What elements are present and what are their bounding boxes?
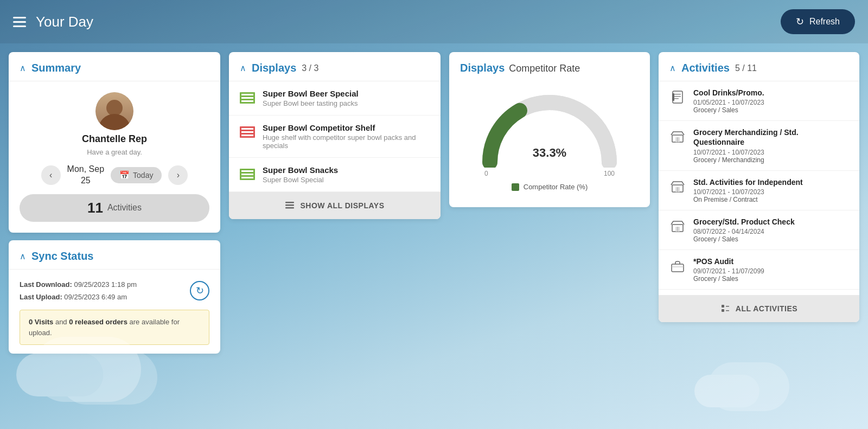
gauge-legend: Competitor Rate (%) — [512, 183, 588, 191]
activity-title: Cool Drinks/Promo. — [693, 88, 764, 98]
activity-text: Std. Activities for Independent 10/07/20… — [693, 177, 803, 203]
all-activities-button[interactable]: ALL ACTIVITIES — [659, 295, 859, 322]
svg-rect-39 — [722, 309, 724, 312]
list-item[interactable]: Grocery/Std. Product Check 08/07/2022 - … — [659, 210, 859, 250]
svg-rect-15 — [241, 178, 254, 180]
displays-collapse-icon[interactable]: ∧ — [240, 63, 246, 73]
activities-pill: 11 Activities — [20, 194, 209, 222]
page-title: Your Day — [36, 14, 93, 30]
competitor-main-title: Displays — [460, 62, 505, 74]
main-content: ∧ Summary Chantelle Rep Have a great day… — [0, 43, 868, 429]
activities-list-icon — [720, 304, 730, 313]
activities-collapse-icon[interactable]: ∧ — [669, 63, 676, 73]
activity-category: On Premise / Contract — [693, 196, 803, 203]
legend-color-dot — [512, 183, 519, 191]
refresh-button[interactable]: ↻ Refresh — [781, 9, 855, 34]
date-display: Mon, Sep 25 — [67, 164, 104, 187]
topbar-left: Your Day — [13, 14, 93, 30]
sync-download-row-inner: Last Download: 09/25/2023 1:18 pm — [20, 278, 137, 291]
display-red-icon — [240, 124, 255, 139]
last-download-label: Last Download: — [20, 280, 72, 289]
left-column: ∧ Summary Chantelle Rep Have a great day… — [9, 52, 220, 354]
summary-header: ∧ Summary — [9, 52, 220, 81]
svg-rect-1 — [241, 95, 254, 97]
date-day: 25 — [81, 176, 91, 185]
show-all-displays-button[interactable]: SHOW ALL DISPLAYS — [229, 192, 441, 219]
list-item[interactable]: Super Bowl Competitor Shelf Huge shelf w… — [229, 116, 441, 158]
show-all-displays-label: SHOW ALL DISPLAYS — [300, 201, 384, 210]
display-text: Super Bowl Competitor Shelf Huge shelf w… — [263, 123, 430, 150]
user-greeting: Have a great day. — [87, 148, 142, 156]
summary-card: ∧ Summary Chantelle Rep Have a great day… — [9, 52, 220, 233]
gauge-min-label: 0 — [484, 170, 488, 177]
sync-status-card: ∧ Sync Status Last Download: 09/25/2023 … — [9, 240, 220, 354]
gauge-labels: 0 100 — [484, 170, 615, 177]
list-item[interactable]: Super Bowl Beer Special Super Bowl beer … — [229, 81, 441, 116]
activity-store-icon — [669, 129, 686, 145]
svg-rect-14 — [241, 175, 254, 177]
svg-rect-23 — [674, 94, 681, 95]
competitor-header: Displays Competitor Rate — [449, 52, 650, 81]
activity-text: Cool Drinks/Promo. 01/05/2021 - 10/07/20… — [693, 88, 764, 114]
svg-rect-9 — [241, 136, 254, 138]
date-label: Mon, Sep — [67, 164, 104, 174]
display-subtitle: Huge shelf with competitor super bowl pa… — [263, 133, 430, 150]
activity-category: Grocery / Sales — [693, 106, 764, 114]
display-subtitle: Super Bowl beer tasting packs — [263, 99, 359, 107]
svg-rect-12 — [241, 169, 254, 170]
svg-rect-16 — [240, 169, 241, 180]
svg-rect-2 — [241, 99, 254, 100]
activities-header: ∧ Activities 5 / 11 — [659, 52, 859, 81]
sync-upload-row-inner: Last Upload: 09/25/2023 6:49 am — [20, 291, 137, 303]
sync-title: Sync Status — [31, 250, 93, 262]
svg-rect-4 — [240, 92, 241, 104]
gauge-container: 33.3% 0 100 Competitor Rate (%) — [449, 81, 650, 196]
display-subtitle: Super Bowl Special — [263, 176, 338, 184]
sync-body: Last Download: 09/25/2023 1:18 pm Last U… — [9, 270, 220, 354]
display-text: Super Bowl Beer Special Super Bowl beer … — [263, 89, 359, 107]
sync-header: ∧ Sync Status — [9, 240, 220, 270]
activity-title: Grocery Merchandizing / Std. Questionnai… — [693, 127, 848, 147]
profile-section: Chantelle Rep Have a great day. — [82, 92, 147, 156]
svg-rect-25 — [674, 98, 679, 99]
display-title: Super Bowl Beer Special — [263, 89, 359, 98]
sync-refresh-button[interactable]: ↻ — [190, 281, 209, 300]
gauge-max-label: 100 — [604, 170, 615, 177]
activity-text: Grocery/Std. Product Check 08/07/2022 - … — [693, 217, 795, 243]
list-item[interactable]: *POS Audit 09/07/2021 - 11/07/2099 Groce… — [659, 250, 859, 290]
svg-rect-10 — [240, 126, 241, 138]
summary-title: Summary — [31, 62, 81, 74]
activity-text: *POS Audit 09/07/2021 - 11/07/2099 Groce… — [693, 257, 764, 283]
svg-rect-8 — [241, 133, 254, 135]
list-item[interactable]: Super Bowl Snacks Super Bowl Special — [229, 158, 441, 192]
calendar-icon: 📅 — [119, 170, 130, 180]
topbar: Your Day ↻ Refresh — [0, 0, 868, 43]
list-item[interactable]: Grocery Merchandizing / Std. Questionnai… — [659, 121, 859, 170]
activity-date: 09/07/2021 - 11/07/2099 — [693, 267, 764, 275]
activity-text: Grocery Merchandizing / Std. Questionnai… — [693, 127, 848, 163]
competitor-rate-card: Displays Competitor Rate 33.3% 0 100 — [449, 52, 650, 207]
svg-rect-18 — [285, 202, 294, 203]
activities-label: Activities — [107, 203, 142, 213]
displays-title: Displays — [252, 62, 296, 74]
next-date-button[interactable]: › — [168, 165, 188, 185]
displays-header: ∧ Displays 3 / 3 — [229, 52, 441, 81]
last-upload-label: Last Upload: — [20, 293, 62, 301]
activity-category: Grocery / Sales — [693, 275, 764, 283]
refresh-icon: ↻ — [796, 16, 804, 28]
today-badge[interactable]: 📅 Today — [111, 167, 162, 183]
activity-store-icon-3 — [669, 218, 686, 234]
sync-collapse-icon[interactable]: ∧ — [20, 251, 26, 261]
summary-collapse-icon[interactable]: ∧ — [20, 63, 26, 73]
activity-date: 10/07/2021 - 10/07/2023 — [693, 188, 803, 196]
list-item[interactable]: Cool Drinks/Promo. 01/05/2021 - 10/07/20… — [659, 81, 859, 121]
svg-rect-17 — [253, 169, 255, 180]
today-label: Today — [133, 171, 153, 180]
last-download-value: 09/25/2023 1:18 pm — [74, 280, 137, 289]
prev-date-button[interactable]: ‹ — [41, 165, 61, 185]
avatar-image — [95, 92, 133, 130]
display-green-icon — [240, 90, 255, 105]
list-item[interactable]: Std. Activities for Independent 10/07/20… — [659, 171, 859, 210]
menu-icon[interactable] — [13, 17, 26, 27]
svg-rect-36 — [672, 264, 684, 272]
